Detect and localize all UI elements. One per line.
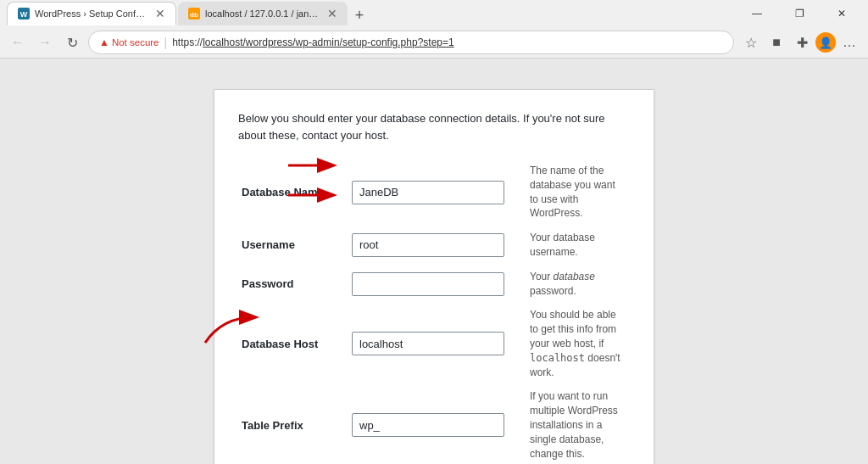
url-path: localhost/wordpress/wp-admin/setup-confi… <box>203 36 454 48</box>
url-display: https://localhost/wordpress/wp-admin/set… <box>172 36 723 48</box>
table-prefix-input[interactable] <box>352 413 504 437</box>
page-content: Below you should enter your database con… <box>0 59 868 464</box>
url-separator: | <box>164 36 168 49</box>
refresh-button[interactable]: ↻ <box>61 31 83 53</box>
collections-button[interactable]: ■ <box>765 31 788 54</box>
address-input[interactable]: ▲ Not secure | https://localhost/wordpre… <box>88 31 734 54</box>
setup-card: Below you should enter your database con… <box>214 89 654 464</box>
minimize-button[interactable]: — <box>737 2 776 25</box>
new-tab-button[interactable]: + <box>349 5 370 25</box>
input-cell-database-host <box>348 303 518 384</box>
database-host-input[interactable] <box>352 332 504 355</box>
field-row-table-prefix: Table Prefix If you want to run multiple… <box>238 384 630 464</box>
help-database-name: The name of the database you want to use… <box>518 159 630 226</box>
input-cell-table-prefix <box>348 384 518 464</box>
label-database-name: Database Name <box>238 159 348 226</box>
tab1-title: WordPress › Setup Configuratio <box>35 8 147 19</box>
browser-chrome: W WordPress › Setup Configuratio ✕ db lo… <box>0 0 868 59</box>
label-password: Password <box>238 265 348 304</box>
database-name-input[interactable] <box>352 181 504 204</box>
field-row-password: Password Your database password. <box>238 265 630 304</box>
menu-button[interactable]: … <box>837 31 861 54</box>
window-controls: — ❐ ✕ <box>737 2 861 25</box>
help-database-host: You should be able to get this info from… <box>518 303 630 384</box>
svg-text:W: W <box>20 10 28 19</box>
tab1-favicon: W <box>18 8 30 20</box>
input-cell-database-name <box>348 159 518 226</box>
help-username: Your database username. <box>518 226 630 265</box>
address-bar: ← → ↻ ▲ Not secure | https://localhost/w… <box>0 27 868 58</box>
tab2-favicon: db <box>188 8 200 20</box>
toolbar-right: ☆ ■ ✚ 👤 … <box>739 31 861 54</box>
help-table-prefix: If you want to run multiple WordPress in… <box>518 384 630 464</box>
warning-icon: ▲ <box>99 36 109 48</box>
close-button[interactable]: ✕ <box>822 2 861 25</box>
url-scheme: https:// <box>172 36 203 48</box>
field-row-username: Username Your database username. <box>238 226 630 265</box>
input-cell-username <box>348 226 518 265</box>
password-input[interactable] <box>352 272 504 296</box>
label-username: Username <box>238 226 348 265</box>
not-secure-indicator: ▲ Not secure <box>99 36 159 48</box>
tab-wordpress-setup[interactable]: W WordPress › Setup Configuratio ✕ <box>7 2 176 25</box>
profile-button[interactable]: 👤 <box>815 32 836 53</box>
not-secure-label: Not secure <box>112 37 159 48</box>
bookmark-button[interactable]: ☆ <box>739 31 763 54</box>
setup-description: Below you should enter your database con… <box>238 110 630 143</box>
input-cell-password <box>348 265 518 304</box>
maximize-button[interactable]: ❐ <box>780 2 819 25</box>
svg-text:db: db <box>190 11 198 19</box>
forward-button[interactable]: → <box>34 31 56 53</box>
tab2-close-icon[interactable]: ✕ <box>327 8 337 20</box>
field-row-database-name: Database Name The name of the database y… <box>238 159 630 226</box>
tab1-close-icon[interactable]: ✕ <box>155 8 165 20</box>
title-bar: W WordPress › Setup Configuratio ✕ db lo… <box>0 0 868 27</box>
label-database-host: Database Host <box>238 303 348 384</box>
back-button[interactable]: ← <box>7 31 29 53</box>
tabs-area: W WordPress › Setup Configuratio ✕ db lo… <box>7 2 737 25</box>
tab-phpmyadmin[interactable]: db localhost / 127.0.0.1 / janedb | p ✕ <box>178 2 348 25</box>
extensions-button[interactable]: ✚ <box>790 31 814 54</box>
tab2-title: localhost / 127.0.0.1 / janedb | p <box>205 8 319 19</box>
field-row-database-host: Database Host You should be able to get … <box>238 303 630 384</box>
form-table: Database Name The name of the database y… <box>238 159 630 464</box>
help-password: Your database password. <box>518 265 630 304</box>
username-input[interactable] <box>352 233 504 257</box>
label-table-prefix: Table Prefix <box>238 384 348 464</box>
